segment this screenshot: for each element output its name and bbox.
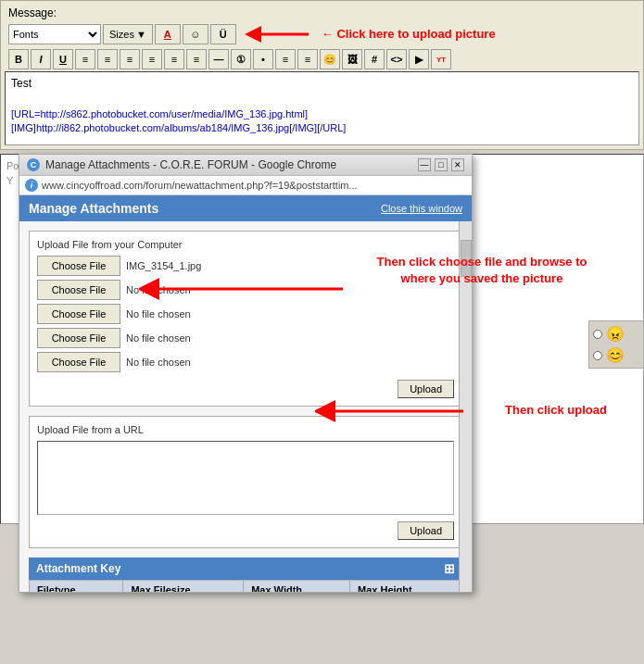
choose-file-btn-2[interactable]: Choose File xyxy=(37,280,120,300)
col-filetype: Filetype xyxy=(30,581,123,593)
upload-url-legend: Upload File from a URL xyxy=(37,424,454,435)
italic-btn[interactable]: I xyxy=(31,49,51,69)
info-icon: i xyxy=(25,179,38,192)
sizes-button[interactable]: Sizes ▼ xyxy=(103,24,153,44)
upload-computer-button[interactable]: Upload xyxy=(398,380,454,398)
align-center-btn[interactable]: ≡ xyxy=(97,49,118,69)
chrome-logo-icon: C xyxy=(27,158,40,171)
list3-btn[interactable]: ≡ xyxy=(297,49,318,69)
font-color-btn[interactable]: A xyxy=(155,24,181,44)
right-panel: 😠 😊 xyxy=(588,320,644,369)
bold-btn[interactable]: B xyxy=(8,49,29,69)
smiley-btn[interactable]: 😊 xyxy=(320,49,340,69)
attachment-key-title: Attachment Key xyxy=(36,562,120,575)
scroll-thumb xyxy=(461,240,472,277)
editor-wrapper: Message: Fonts Sizes ▼ A ☺ Ü xyxy=(0,0,644,150)
upload-url-button[interactable]: Upload xyxy=(398,521,454,540)
upload-url-section: Upload File from a URL Upload xyxy=(29,416,462,548)
ul-btn[interactable]: • xyxy=(253,49,273,69)
address-text: www.cincyoffroad.com/forum/newattachment… xyxy=(42,180,358,191)
toolbar-row1: Fonts Sizes ▼ A ☺ Ü ← Click her xyxy=(5,21,639,47)
font-select[interactable]: Fonts xyxy=(8,24,101,44)
manage-attachments-title: Manage Attachments xyxy=(29,201,158,216)
attachment-table: Filetype Max Filesize Max Width Max Heig… xyxy=(29,580,462,592)
red-arrow-upload-icon xyxy=(244,23,318,45)
choose-file-btn-1[interactable]: Choose File xyxy=(37,256,120,276)
media-btn[interactable]: ▶ xyxy=(409,49,429,69)
upload-hint-text: ← Click here to upload picture xyxy=(322,27,496,43)
clearfix1: Upload xyxy=(37,376,454,398)
emoji-btn[interactable]: ☺ xyxy=(183,24,208,44)
happy-emoji-icon: 😊 xyxy=(606,346,625,364)
chrome-controls: — □ ✕ xyxy=(418,158,464,171)
manage-attachments-header: Manage Attachments Close this window xyxy=(19,195,472,221)
page-wrapper: Message: Fonts Sizes ▼ A ☺ Ü xyxy=(0,0,644,598)
chrome-content: Upload File from your Computer Choose Fi… xyxy=(19,221,472,592)
choose-file-btn-5[interactable]: Choose File xyxy=(37,352,120,372)
file-name-3: No file chosen xyxy=(126,308,191,319)
list2-btn[interactable]: ≡ xyxy=(275,49,296,69)
align-left-btn[interactable]: ≡ xyxy=(75,49,95,69)
emoji-row-1: 😠 xyxy=(593,325,639,343)
angry-emoji-icon: 😠 xyxy=(606,325,625,343)
upload-computer-legend: Upload File from your Computer xyxy=(37,239,454,250)
clearfix2: Upload xyxy=(37,518,454,540)
youtube-btn[interactable]: YT xyxy=(431,49,451,69)
radio-btn-1[interactable] xyxy=(593,330,602,339)
bold-btn2[interactable]: Ü xyxy=(210,24,236,44)
minimize-button[interactable]: — xyxy=(418,158,431,171)
hr-btn[interactable]: — xyxy=(208,49,229,69)
chrome-window: C Manage Attachments - C.O.R.E. FORUM - … xyxy=(19,154,473,593)
toolbar-row2: B I U ≡ ≡ ≡ ≡ ≡ ≡ — ① • ≡ ≡ 😊 🖼 # <> ▶ Y… xyxy=(5,47,639,71)
editor-line2 xyxy=(11,92,633,107)
chrome-title: Manage Attachments - C.O.R.E. FORUM - Go… xyxy=(45,158,336,171)
justify-btn[interactable]: ≡ xyxy=(142,49,162,69)
editor-line4: [IMG]http://i862.photobucket.com/albums/… xyxy=(11,121,633,135)
chrome-addressbar: i www.cincyoffroad.com/forum/newattachme… xyxy=(19,176,472,195)
upload-computer-section: Upload File from your Computer Choose Fi… xyxy=(29,231,462,407)
url-input[interactable] xyxy=(37,441,454,515)
col-height: Max Height xyxy=(350,581,462,593)
editor-line3: [URL=http://s862.photobucket.com/user/me… xyxy=(11,107,633,121)
file-row-5: Choose File No file chosen xyxy=(37,352,454,372)
col-width: Max Width xyxy=(244,581,350,593)
dropdown-arrow-icon: ▼ xyxy=(136,29,146,40)
close-window-button[interactable]: Close this window xyxy=(381,203,462,214)
file-name-1: IMG_3154_1.jpg xyxy=(126,260,201,271)
file-name-5: No file chosen xyxy=(126,357,191,368)
code-btn[interactable]: <> xyxy=(386,49,407,69)
emoji-row-2: 😊 xyxy=(593,346,639,364)
file-row-1: Choose File IMG_3154_1.jpg xyxy=(37,256,454,276)
attachment-key-header: Attachment Key ⊞ xyxy=(29,558,462,580)
scrollbar[interactable] xyxy=(459,221,472,592)
editor-line1: Test xyxy=(11,76,633,92)
modal-area: Po Y C Manage Attachments - C.O.R.E. FOR… xyxy=(0,154,644,598)
file-name-4: No file chosen xyxy=(126,332,191,344)
attachment-key-icon: ⊞ xyxy=(444,561,455,576)
file-name-2: No file chosen xyxy=(126,284,191,295)
editor-body[interactable]: Test [URL=http://s862.photobucket.com/us… xyxy=(5,71,639,145)
upload-hint-area: ← Click here to upload picture xyxy=(244,23,496,45)
close-button[interactable]: ✕ xyxy=(451,158,464,171)
ol-btn[interactable]: ① xyxy=(231,49,251,69)
outdent-btn[interactable]: ≡ xyxy=(186,49,207,69)
choose-file-btn-4[interactable]: Choose File xyxy=(37,328,120,348)
attachments-body: Upload File from your Computer Choose Fi… xyxy=(19,221,472,592)
message-label: Message: xyxy=(5,5,639,21)
choose-file-btn-3[interactable]: Choose File xyxy=(37,304,120,324)
align-right-btn[interactable]: ≡ xyxy=(120,49,140,69)
attachment-key-section: Attachment Key ⊞ Filetype Max Filesize M… xyxy=(29,558,462,592)
underline-btn[interactable]: U xyxy=(53,49,73,69)
indent-btn[interactable]: ≡ xyxy=(164,49,184,69)
chrome-titlebar: C Manage Attachments - C.O.R.E. FORUM - … xyxy=(19,155,472,176)
col-filesize: Max Filesize xyxy=(123,581,244,593)
file-row-3: Choose File No file chosen xyxy=(37,304,454,324)
maximize-button[interactable]: □ xyxy=(435,158,448,171)
hash-btn[interactable]: # xyxy=(364,49,385,69)
file-row-2: Choose File No file chosen xyxy=(37,280,454,300)
radio-btn-2[interactable] xyxy=(593,351,602,360)
img-btn[interactable]: 🖼 xyxy=(342,49,362,69)
file-row-4: Choose File No file chosen xyxy=(37,328,454,348)
